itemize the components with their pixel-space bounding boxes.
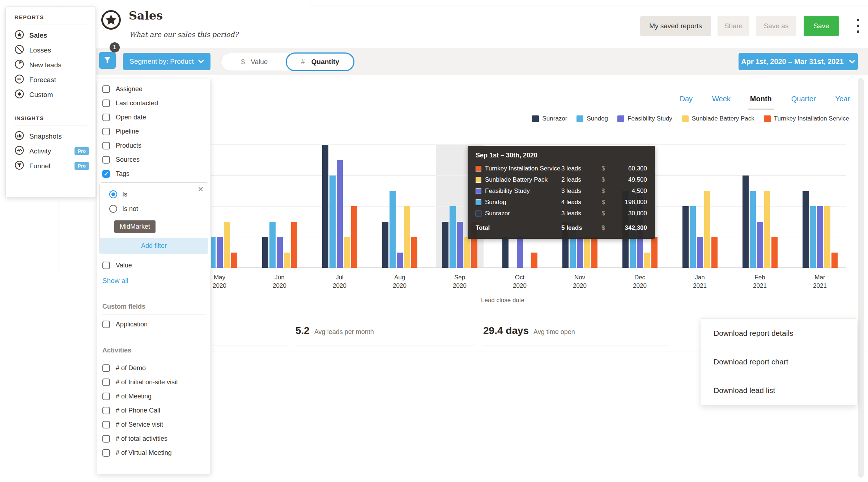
filter-field--of-initial-on-site-visit[interactable]: # of Initial on-site visit (97, 375, 210, 389)
bar-turnkey-installation-service-nov[interactable] (591, 237, 597, 268)
segment-by-dropdown[interactable]: Segment by: Product (123, 53, 210, 70)
show-all-link[interactable]: Show all (102, 277, 128, 285)
checkbox[interactable] (102, 321, 110, 328)
bar-sunblade-battery-pack-aug[interactable] (404, 206, 410, 268)
bar-sunblade-battery-pack-jul[interactable] (344, 237, 350, 268)
sidebar-item-losses[interactable]: Losses (6, 43, 95, 58)
bar-sunrazor-aug[interactable] (382, 222, 388, 268)
tab-day[interactable]: Day (680, 95, 693, 103)
bar-turnkey-installation-service-jun[interactable] (291, 222, 297, 268)
filter-field-assignee[interactable]: Assignee (97, 82, 210, 96)
legend-item-sundog[interactable]: Sundog (576, 115, 608, 122)
filter-funnel-button[interactable] (99, 52, 116, 69)
filter-field-application[interactable]: Application (97, 317, 210, 331)
vertical-scrollbar[interactable] (858, 78, 864, 478)
bar-sunblade-battery-pack-feb[interactable] (764, 191, 770, 268)
filter-field-open-date[interactable]: Open date (97, 110, 210, 124)
filter-field--of-demo[interactable]: # of Demo (97, 361, 210, 375)
bar-sunrazor-feb[interactable] (743, 176, 749, 268)
bar-sunblade-battery-pack-sep[interactable] (464, 237, 470, 268)
sidebar-item-new-leads[interactable]: New leads (6, 58, 95, 72)
sidebar-item-custom[interactable]: Custom (6, 87, 95, 102)
bar-sundog-jan[interactable] (690, 206, 696, 268)
checkbox[interactable] (102, 379, 110, 386)
bar-sunblade-battery-pack-jun[interactable] (284, 253, 290, 268)
bar-sunblade-battery-pack-mar[interactable] (824, 206, 830, 268)
bar-sundog-sep[interactable] (450, 206, 456, 268)
checkbox[interactable] (102, 114, 110, 121)
bar-turnkey-installation-service-feb[interactable] (771, 237, 778, 268)
filter-field--of-service-visit[interactable]: # of Service visit (97, 418, 210, 432)
bar-sunrazor-sep[interactable] (442, 222, 448, 268)
checkbox[interactable] (102, 85, 110, 93)
bar-sunrazor-jun[interactable] (262, 237, 268, 268)
bar-sunblade-battery-pack-dec[interactable] (644, 253, 650, 268)
filter-field-products[interactable]: Products (97, 139, 210, 153)
checkbox[interactable] (102, 156, 110, 164)
close-icon[interactable]: ✕ (197, 185, 204, 194)
filter-field--of-meeting[interactable]: # of Meeting (97, 389, 210, 403)
filter-field--of-virtual-meeting[interactable]: # of Virtual Meeting (97, 446, 210, 460)
radio-selected[interactable] (109, 190, 117, 198)
bar-sundog-mar[interactable] (810, 206, 816, 268)
bar-sunrazor-jul[interactable] (322, 145, 328, 268)
bar-feasibility-study-nov[interactable] (577, 237, 583, 268)
legend-item-sunrazor[interactable]: Sunrazor (532, 115, 567, 122)
checkbox[interactable] (102, 262, 110, 269)
menu-item-download-lead-list[interactable]: Download lead list (701, 376, 857, 405)
date-range-dropdown[interactable]: Apr 1st, 2020 – Mar 31st, 2021 (739, 53, 858, 70)
legend-item-feasibility-study[interactable]: Feasibility Study (617, 115, 672, 122)
sidebar-item-forecast[interactable]: Forecast (6, 72, 95, 87)
menu-item-download-report-chart[interactable]: Download report chart (701, 348, 857, 376)
legend-item-turnkey-installation-service[interactable]: Turnkey Installation Service (764, 115, 849, 122)
sidebar-item-activity[interactable]: ActivityPro (6, 144, 95, 158)
bar-turnkey-installation-service-dec[interactable] (651, 237, 658, 268)
filter-field--of-total-activities[interactable]: # of total activities (97, 432, 210, 446)
bar-sunrazor-jan[interactable] (682, 206, 689, 268)
bar-sunblade-battery-pack-nov[interactable] (584, 237, 590, 268)
share-button[interactable]: Share (718, 16, 749, 36)
add-filter-button[interactable]: Add filter (100, 238, 208, 254)
bar-feasibility-study-oct[interactable] (517, 237, 523, 268)
checkbox[interactable] (102, 100, 110, 107)
bar-turnkey-installation-service-jan[interactable] (711, 237, 718, 268)
bar-feasibility-study-jun[interactable] (277, 237, 283, 268)
bar-turnkey-installation-service-oct[interactable] (531, 253, 537, 268)
save-button[interactable]: Save (804, 16, 839, 36)
checkbox[interactable] (102, 449, 110, 457)
bar-feasibility-study-aug[interactable] (397, 253, 403, 268)
bar-sundog-jun[interactable] (269, 222, 276, 268)
checkbox[interactable] (102, 407, 110, 414)
filter-field--of-phone-call[interactable]: # of Phone Call (97, 403, 210, 418)
bar-feasibility-study-feb[interactable] (757, 222, 763, 268)
bar-sunblade-battery-pack-may[interactable] (224, 222, 230, 268)
bar-sundog-aug[interactable] (390, 191, 396, 268)
filter-field-pipeline[interactable]: Pipeline (97, 124, 210, 139)
save-as-button[interactable]: Save as (756, 16, 796, 36)
tab-week[interactable]: Week (712, 95, 731, 103)
filter-field-value[interactable]: Value (97, 258, 210, 272)
bar-sunblade-battery-pack-jan[interactable] (704, 191, 710, 268)
tab-month[interactable]: Month (750, 95, 772, 103)
bar-turnkey-installation-service-jul[interactable] (351, 206, 357, 268)
more-options-kebab-icon[interactable] (854, 19, 861, 33)
bar-feasibility-study-may[interactable] (217, 237, 223, 268)
tag-chip[interactable]: MidMarket (114, 220, 156, 233)
toggle-quantity-option[interactable]: # Quantity (286, 52, 354, 71)
toggle-value-option[interactable]: $ Value (221, 53, 288, 71)
radio-option-is-not[interactable]: Is not (100, 202, 208, 216)
sidebar-item-funnel[interactable]: FunnelPro (6, 158, 95, 173)
tab-year[interactable]: Year (835, 95, 850, 103)
legend-item-sunblade-battery-pack[interactable]: Sunblade Battery Pack (682, 115, 754, 122)
bar-feasibility-study-sep[interactable] (457, 222, 463, 268)
checkbox[interactable] (102, 128, 110, 135)
radio-option-is[interactable]: Is (100, 187, 208, 202)
checkbox[interactable] (102, 393, 110, 400)
menu-item-download-report-details[interactable]: Download report details (701, 319, 857, 348)
checkbox[interactable] (102, 364, 110, 372)
bar-turnkey-installation-service-may[interactable] (231, 253, 237, 268)
bar-turnkey-installation-service-aug[interactable] (411, 237, 417, 268)
sidebar-item-snapshots[interactable]: Snapshots (6, 129, 95, 144)
bar-sundog-jul[interactable] (329, 176, 336, 268)
checkbox-checked[interactable] (102, 170, 110, 178)
